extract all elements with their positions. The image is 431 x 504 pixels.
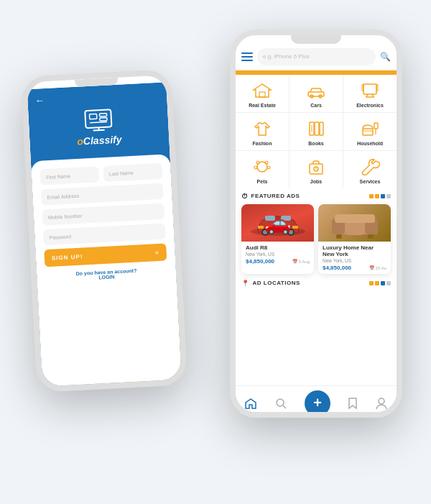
- svg-line-47: [283, 406, 286, 408]
- nav-home[interactable]: [244, 398, 257, 409]
- category-cars[interactable]: Cars: [289, 75, 343, 112]
- nav-bookmark[interactable]: [348, 397, 358, 410]
- mobile-field[interactable]: Mobile Number: [42, 203, 164, 225]
- nav-profile[interactable]: [375, 397, 388, 410]
- last-name-field[interactable]: Last Name: [103, 162, 162, 181]
- real-estate-icon: [249, 81, 275, 101]
- dot-4: [386, 194, 391, 198]
- featured-ads-dots: [369, 194, 391, 198]
- first-name-field[interactable]: First Name: [40, 166, 99, 185]
- left-phone-screen: ← oClassify: [27, 82, 182, 393]
- dot-3: [381, 194, 385, 198]
- svg-rect-44: [368, 234, 374, 239]
- back-arrow-icon[interactable]: ←: [34, 94, 45, 106]
- nav-search[interactable]: [274, 397, 287, 410]
- svg-point-33: [261, 229, 269, 236]
- svg-point-46: [277, 399, 284, 406]
- ad-car-price: $4,850,000: [246, 258, 274, 265]
- signup-button[interactable]: SIGN UP! ≡: [44, 243, 167, 267]
- svg-rect-21: [363, 129, 373, 135]
- ad-sofa-location: New York, US: [323, 258, 386, 263]
- svg-line-6: [93, 129, 105, 130]
- category-household[interactable]: Household: [343, 113, 397, 150]
- featured-ads-header: ⏱ FEATURED ADS: [241, 193, 391, 200]
- ad-locations-section: 📍 AD LOCATIONS: [236, 277, 397, 294]
- category-electronics[interactable]: Electronics: [343, 75, 397, 112]
- hamburger-menu-icon[interactable]: [241, 52, 253, 61]
- ad-locations-header: 📍 AD LOCATIONS: [241, 280, 391, 287]
- categories-grid: Real Estate Cars: [236, 75, 397, 188]
- bottom-nav: +: [236, 385, 397, 418]
- email-field[interactable]: Email Address: [41, 183, 164, 205]
- svg-point-35: [287, 229, 295, 236]
- jobs-icon: [303, 157, 329, 177]
- phones-container: ← oClassify: [14, 15, 417, 490]
- svg-line-4: [90, 122, 107, 122]
- svg-point-48: [379, 398, 384, 404]
- loc-dot-1: [369, 281, 374, 285]
- svg-rect-7: [259, 92, 265, 97]
- ad-car-date: 📅 5 Aug: [292, 259, 310, 264]
- featured-ads-section: ⏱ FEATURED ADS: [236, 188, 397, 277]
- ad-sofa-price: $4,850,000: [323, 265, 351, 271]
- right-phone-screen: e.g. iPhone 6 Plus 🔍 Real Estate: [236, 44, 397, 418]
- ad-sofa-info: Luxury Home Near New York New York, US $…: [318, 242, 391, 274]
- category-real-estate[interactable]: Real Estate: [236, 75, 289, 112]
- household-label: Household: [357, 141, 383, 146]
- loc-dot-2: [375, 281, 379, 285]
- ad-car-location: New York, US: [246, 252, 310, 257]
- svg-rect-18: [315, 122, 319, 135]
- electronics-icon: [357, 81, 383, 101]
- svg-rect-12: [362, 84, 363, 91]
- svg-rect-45: [348, 232, 362, 235]
- login-prompt: Do you have an account? LOGIN: [45, 266, 167, 283]
- category-pets[interactable]: Pets: [236, 151, 289, 188]
- household-icon: [357, 119, 383, 139]
- fashion-label: Fashion: [253, 141, 272, 146]
- ad-sofa-image: [318, 204, 391, 242]
- books-label: Books: [308, 141, 323, 146]
- category-jobs[interactable]: Jobs: [289, 151, 343, 188]
- real-estate-label: Real Estate: [249, 103, 276, 108]
- services-icon: [357, 157, 383, 177]
- ad-card-car[interactable]: Audi R8 New York, US $4,850,000 📅 5 Aug: [241, 204, 314, 274]
- login-background: ← oClassify: [27, 82, 182, 393]
- search-input[interactable]: e.g. iPhone 6 Plus: [257, 48, 376, 65]
- app-name-main: Classify: [83, 133, 121, 147]
- search-bar: e.g. iPhone 6 Plus 🔍: [236, 44, 397, 70]
- svg-rect-13: [376, 84, 378, 91]
- svg-point-34: [263, 230, 267, 234]
- category-books[interactable]: Books: [289, 113, 343, 150]
- svg-rect-38: [292, 226, 298, 229]
- ad-car-title: Audi R8: [246, 244, 310, 251]
- login-form: First Name Last Name Email Address Mobil…: [31, 154, 182, 393]
- services-label: Services: [360, 179, 381, 184]
- app-logo-icon: [82, 105, 115, 132]
- loc-dot-3: [381, 281, 385, 285]
- svg-rect-11: [363, 84, 376, 94]
- ad-card-sofa[interactable]: Luxury Home Near New York New York, US $…: [318, 204, 391, 274]
- dot-2: [375, 194, 379, 198]
- right-phone-notch: [291, 35, 341, 44]
- svg-point-36: [289, 230, 293, 234]
- svg-rect-22: [374, 123, 378, 129]
- svg-rect-43: [336, 234, 342, 239]
- ad-car-image: [241, 204, 314, 242]
- svg-rect-1: [89, 114, 96, 119]
- svg-rect-42: [335, 214, 375, 223]
- ad-sofa-title: Luxury Home Near New York: [323, 244, 386, 257]
- books-icon: [303, 119, 329, 139]
- nav-add-button[interactable]: +: [305, 390, 330, 416]
- svg-rect-3: [100, 117, 107, 121]
- phone-left: ← oClassify: [21, 68, 188, 392]
- ad-car-bottom: $4,850,000 📅 5 Aug: [246, 258, 310, 265]
- svg-rect-19: [320, 122, 323, 135]
- category-fashion[interactable]: Fashion: [236, 113, 289, 150]
- cars-label: Cars: [310, 103, 322, 108]
- svg-rect-37: [258, 226, 264, 229]
- password-field[interactable]: Password: [43, 223, 166, 245]
- category-services[interactable]: Services: [343, 151, 397, 188]
- search-icon[interactable]: 🔍: [380, 52, 391, 62]
- electronics-label: Electronics: [356, 103, 384, 108]
- name-row: First Name Last Name: [40, 162, 162, 185]
